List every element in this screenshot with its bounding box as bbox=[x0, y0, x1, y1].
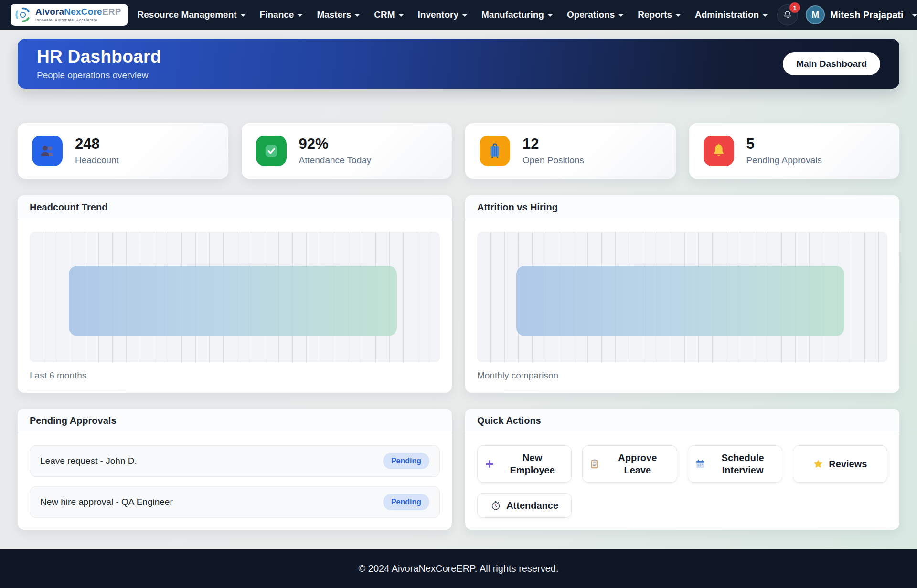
stat-value: 92% bbox=[299, 136, 372, 152]
button-label: Schedule Interview bbox=[711, 452, 775, 476]
user-menu[interactable]: M Mitesh Prajapati bbox=[806, 5, 917, 24]
page-subtitle: People operations overview bbox=[37, 70, 161, 81]
chevron-down-icon bbox=[676, 14, 681, 17]
page-header-banner: HR Dashboard People operations overview … bbox=[18, 39, 899, 89]
button-label: Reviews bbox=[829, 458, 867, 470]
notification-count-badge: 1 bbox=[789, 2, 800, 13]
chevron-down-icon bbox=[618, 14, 623, 17]
chevron-down-icon bbox=[355, 14, 360, 17]
stat-text: 248 Headcount bbox=[75, 136, 119, 166]
headcount-trend-chart-placeholder bbox=[30, 232, 440, 362]
nav-item-label: Inventory bbox=[418, 10, 459, 20]
bottom-row: Pending Approvals Leave request - John D… bbox=[18, 409, 899, 530]
card-body: New Employee Approve Leave bbox=[465, 433, 899, 530]
attendance-button[interactable]: Attendance bbox=[477, 493, 572, 518]
user-name: Mitesh Prajapati bbox=[830, 10, 903, 21]
page-title: HR Dashboard bbox=[37, 47, 161, 67]
headcount-trend-card: Headcount Trend Last 6 months bbox=[18, 195, 452, 393]
pending-approvals-card: Pending Approvals Leave request - John D… bbox=[18, 409, 452, 530]
card-title: Pending Approvals bbox=[18, 409, 452, 433]
nav-item-administration[interactable]: Administration bbox=[695, 10, 768, 20]
people-icon bbox=[32, 136, 63, 166]
nav-item-operations[interactable]: Operations bbox=[567, 10, 623, 20]
new-employee-button[interactable]: New Employee bbox=[477, 445, 572, 483]
stat-value: 248 bbox=[75, 136, 119, 152]
quick-actions-card: Quick Actions New Employee bbox=[465, 409, 899, 530]
card-body: Monthly comparison bbox=[465, 220, 899, 393]
stat-card-open-positions: 12 Open Positions bbox=[465, 123, 676, 178]
approval-text: Leave request - John D. bbox=[40, 456, 137, 466]
nav-item-resource-management[interactable]: Resource Management bbox=[138, 10, 245, 20]
copyright-text: © 2024 AivoraNexCoreERP. All rights rese… bbox=[358, 563, 558, 574]
check-icon bbox=[256, 136, 287, 166]
brand-swirl-icon bbox=[15, 7, 31, 23]
card-title: Attrition vs Hiring bbox=[465, 195, 899, 220]
nav-item-label: Manufacturing bbox=[481, 10, 544, 20]
stat-label: Pending Approvals bbox=[746, 155, 822, 166]
bell-icon bbox=[704, 136, 734, 166]
status-badge: Pending bbox=[383, 453, 429, 469]
navbar-right: 1 M Mitesh Prajapati bbox=[777, 4, 917, 25]
chevron-down-icon bbox=[548, 14, 553, 17]
card-body: Last 6 months bbox=[18, 220, 452, 393]
button-label: Attendance bbox=[506, 499, 558, 512]
approve-leave-button[interactable]: Approve Leave bbox=[582, 445, 677, 483]
stat-value: 5 bbox=[746, 136, 822, 152]
card-title: Headcount Trend bbox=[18, 195, 452, 220]
stats-row: 248 Headcount 92% Attendance Today bbox=[18, 123, 899, 178]
luggage-icon bbox=[480, 136, 510, 166]
chevron-down-icon bbox=[912, 14, 917, 17]
nav-item-inventory[interactable]: Inventory bbox=[418, 10, 468, 20]
stat-card-pending-approvals: 5 Pending Approvals bbox=[689, 123, 900, 178]
page-footer: © 2024 AivoraNexCoreERP. All rights rese… bbox=[0, 549, 917, 588]
nav-item-label: Resource Management bbox=[138, 10, 237, 20]
nav-item-label: Reports bbox=[638, 10, 672, 20]
nav-item-label: Operations bbox=[567, 10, 615, 20]
chart-caption: Monthly comparison bbox=[477, 370, 887, 381]
approval-text: New hire approval - QA Engineer bbox=[40, 497, 173, 507]
stat-card-attendance: 92% Attendance Today bbox=[242, 123, 452, 178]
chevron-down-icon bbox=[241, 14, 245, 17]
brand-text: AivoraNexCoreERP Innovate. Automate. Acc… bbox=[35, 7, 121, 23]
reviews-button[interactable]: Reviews bbox=[793, 445, 887, 483]
top-navbar: AivoraNexCoreERP Innovate. Automate. Acc… bbox=[0, 0, 917, 30]
nav-item-label: Finance bbox=[260, 10, 294, 20]
nav-item-crm[interactable]: CRM bbox=[374, 10, 403, 20]
calendar-icon bbox=[695, 459, 705, 469]
button-label: New Employee bbox=[500, 452, 565, 476]
nav-item-masters[interactable]: Masters bbox=[317, 10, 360, 20]
page-header-text: HR Dashboard People operations overview bbox=[37, 47, 161, 81]
main-dashboard-button[interactable]: Main Dashboard bbox=[783, 52, 880, 75]
stat-text: 12 Open Positions bbox=[522, 136, 584, 166]
nav-item-label: CRM bbox=[374, 10, 395, 20]
nav-item-manufacturing[interactable]: Manufacturing bbox=[481, 10, 553, 20]
charts-row: Headcount Trend Last 6 months Attrition … bbox=[18, 195, 899, 393]
chart-gradient-area bbox=[69, 266, 397, 336]
stat-text: 92% Attendance Today bbox=[299, 136, 372, 166]
schedule-interview-button[interactable]: Schedule Interview bbox=[688, 445, 782, 483]
nav-item-label: Administration bbox=[695, 10, 759, 20]
nav-item-reports[interactable]: Reports bbox=[638, 10, 681, 20]
stopwatch-icon bbox=[490, 500, 501, 511]
card-body: Leave request - John D. Pending New hire… bbox=[18, 433, 452, 530]
status-badge: Pending bbox=[383, 494, 429, 510]
card-title: Quick Actions bbox=[465, 409, 899, 433]
stat-value: 12 bbox=[522, 136, 584, 152]
stat-label: Headcount bbox=[75, 155, 119, 166]
brand-logo[interactable]: AivoraNexCoreERP Innovate. Automate. Acc… bbox=[11, 4, 128, 26]
notifications-button[interactable]: 1 bbox=[777, 4, 798, 25]
clipboard-icon bbox=[589, 459, 600, 469]
stat-card-headcount: 248 Headcount bbox=[18, 123, 228, 178]
main-menu: Resource Management Finance Masters CRM … bbox=[138, 10, 768, 20]
chart-caption: Last 6 months bbox=[30, 370, 440, 381]
quick-actions-grid: New Employee Approve Leave bbox=[477, 445, 887, 518]
stat-label: Open Positions bbox=[522, 155, 584, 166]
plus-icon bbox=[484, 459, 495, 469]
star-icon bbox=[813, 459, 823, 469]
chart-gradient-area bbox=[516, 266, 844, 336]
chevron-down-icon bbox=[763, 14, 768, 17]
attrition-vs-hiring-chart-placeholder bbox=[477, 232, 887, 362]
brand-name: AivoraNexCoreERP bbox=[35, 7, 121, 17]
brand-tagline: Innovate. Automate. Accelerate. bbox=[35, 18, 121, 22]
nav-item-finance[interactable]: Finance bbox=[260, 10, 303, 20]
